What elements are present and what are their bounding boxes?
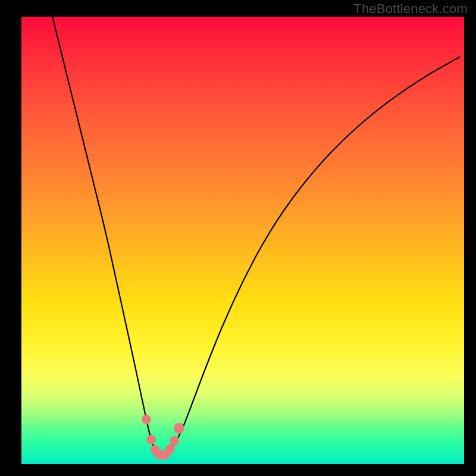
curve-dot — [174, 423, 184, 434]
curve-dot — [146, 435, 156, 444]
curve-dot — [142, 415, 151, 424]
chart-frame: TheBottleneck.com — [0, 0, 476, 476]
curve-dot — [165, 444, 175, 453]
bottleneck-curve — [52, 17, 459, 455]
bottleneck-curve-chart — [0, 0, 476, 476]
curve-dot — [170, 436, 179, 446]
